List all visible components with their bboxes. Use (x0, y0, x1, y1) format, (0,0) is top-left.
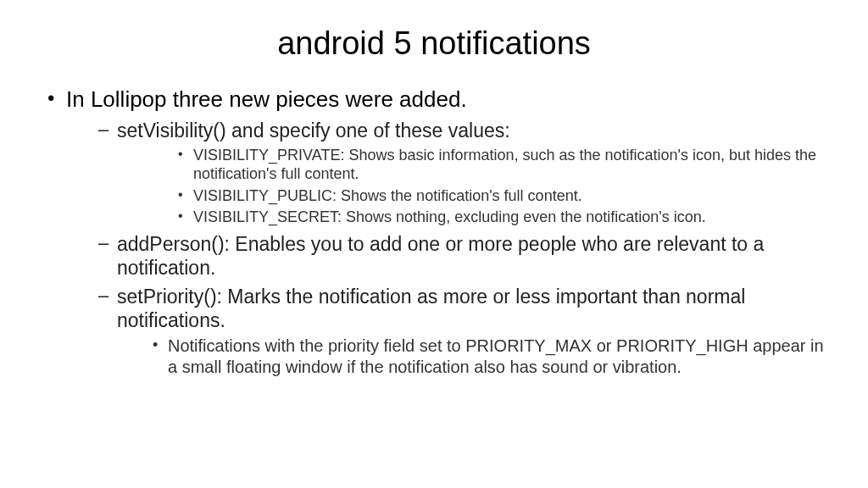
list-item: In Lollipop three new pieces were added.… (42, 86, 826, 378)
list-item: VISIBILITY_PUBLIC: Shows the notificatio… (176, 186, 826, 206)
bullet-text: setPriority(): Marks the notification as… (117, 286, 745, 331)
list-item: Notifications with the priority field se… (151, 336, 826, 378)
bullet-list-level1: In Lollipop three new pieces were added.… (42, 86, 826, 378)
bullet-list-level3: VISIBILITY_PRIVATE: Shows basic informat… (117, 146, 826, 227)
bullet-text: setVisibility() and specify one of these… (117, 119, 510, 141)
slide-title: android 5 notifications (42, 25, 826, 62)
bullet-text: In Lollipop three new pieces were added. (66, 86, 467, 112)
bullet-text: VISIBILITY_PRIVATE: Shows basic informat… (193, 147, 816, 183)
bullet-text: addPerson(): Enables you to add one or m… (117, 233, 764, 279)
bullet-list-level3: Notifications with the priority field se… (117, 336, 826, 378)
list-item: addPerson(): Enables you to add one or m… (95, 232, 826, 280)
bullet-text: VISIBILITY_SECRET: Shows nothing, exclud… (193, 208, 706, 225)
list-item: setPriority(): Marks the notification as… (95, 285, 826, 378)
list-item: VISIBILITY_SECRET: Shows nothing, exclud… (176, 208, 826, 227)
list-item: setVisibility() and specify one of these… (95, 119, 826, 227)
bullet-list-level2: setVisibility() and specify one of these… (66, 119, 826, 378)
bullet-text: VISIBILITY_PUBLIC: Shows the notificatio… (193, 187, 582, 204)
list-item: VISIBILITY_PRIVATE: Shows basic informat… (176, 146, 826, 184)
bullet-text: Notifications with the priority field se… (168, 336, 824, 376)
